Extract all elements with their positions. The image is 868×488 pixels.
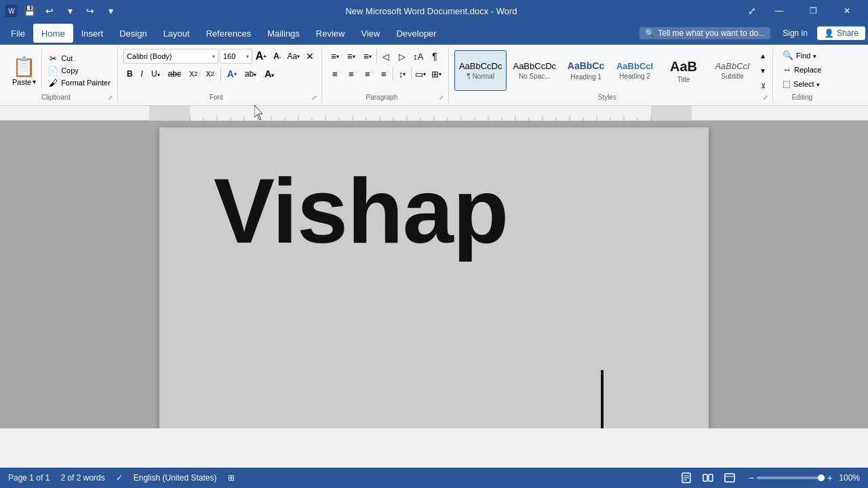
format-painter-button[interactable]: 🖌 Format Painter bbox=[45, 77, 113, 89]
share-button[interactable]: 👤 Share bbox=[817, 26, 865, 40]
shading-button[interactable]: ▭▾ bbox=[413, 66, 428, 81]
zoom-controls: − + 100% bbox=[749, 472, 860, 483]
font-grow-button[interactable]: A+ bbox=[254, 49, 269, 64]
tell-me-search[interactable]: 🔍 Tell me what you want to do... bbox=[639, 27, 770, 39]
borders-button[interactable]: ⊞▾ bbox=[429, 66, 444, 81]
style-no-spacing[interactable]: AaBbCcDc No Spac... bbox=[508, 50, 561, 91]
page-1[interactable]: Vishap bbox=[159, 127, 709, 428]
customize-qat-button[interactable]: ▾ bbox=[102, 2, 119, 20]
font-group-label: Font ⤢ bbox=[123, 92, 317, 102]
zoom-level[interactable]: 100% bbox=[835, 473, 860, 483]
increase-indent-button[interactable]: ▷ bbox=[395, 49, 410, 64]
undo-arrow[interactable]: ▾ bbox=[61, 2, 79, 20]
style-heading2[interactable]: AaBbCcI Heading 2 bbox=[611, 50, 658, 91]
save-button[interactable]: 💾 bbox=[20, 2, 38, 20]
styles-arrows: ▲ ▼ ⊻ bbox=[757, 49, 768, 92]
menu-view[interactable]: View bbox=[353, 24, 388, 43]
strikethrough-button[interactable]: abc bbox=[165, 66, 184, 81]
decrease-indent-button[interactable]: ◁ bbox=[378, 49, 393, 64]
styles-gallery: AaBbCcDc ¶ Normal AaBbCcDc No Spac... Aa… bbox=[454, 50, 756, 91]
find-button[interactable]: 🔍 Find ▾ bbox=[778, 49, 820, 62]
clear-formatting-button[interactable]: ✕ bbox=[302, 49, 317, 64]
menu-review[interactable]: Review bbox=[308, 24, 353, 43]
para-row2: ≡ ≡ ≡ ≡ ↕▾ ▭▾ ⊞▾ bbox=[328, 66, 444, 81]
clipboard-expand-icon[interactable]: ⤢ bbox=[108, 94, 113, 101]
print-layout-button[interactable] bbox=[678, 470, 694, 486]
align-center-button[interactable]: ≡ bbox=[344, 66, 359, 81]
line-spacing-button[interactable]: ↕▾ bbox=[395, 66, 410, 81]
select-button[interactable]: ⬚ Select ▾ bbox=[778, 77, 824, 90]
font-expand-icon[interactable]: ⤢ bbox=[312, 94, 317, 101]
underline-button[interactable]: U▾ bbox=[148, 66, 163, 81]
document-text-vishap[interactable]: Vishap bbox=[214, 161, 654, 262]
cut-label: Cut bbox=[61, 54, 73, 62]
styles-expand-icon[interactable]: ⤢ bbox=[763, 94, 768, 101]
font-shrink-button[interactable]: A- bbox=[270, 49, 285, 64]
text-effects-button[interactable]: A▾ bbox=[224, 66, 240, 81]
font-size-select[interactable]: 160 ▾ bbox=[220, 49, 252, 64]
menu-insert[interactable]: Insert bbox=[73, 24, 112, 43]
replace-button[interactable]: ↔ Replace bbox=[778, 63, 825, 76]
macro-icon[interactable]: ⊞ bbox=[228, 473, 235, 483]
menu-home[interactable]: Home bbox=[33, 24, 73, 43]
document-area[interactable]: Vishap Typlus bbox=[0, 121, 868, 428]
font-family-select[interactable]: Calibri (Body) ▾ bbox=[123, 49, 218, 64]
align-right-button[interactable]: ≡ bbox=[360, 66, 375, 81]
menu-mailings[interactable]: Mailings bbox=[259, 24, 308, 43]
minimize-button[interactable]: — bbox=[764, 0, 795, 22]
change-case-button[interactable]: Aa▾ bbox=[286, 49, 301, 64]
cut-button[interactable]: ✂ Cut bbox=[45, 53, 113, 64]
style-subtitle[interactable]: AaBbCcI Subtitle bbox=[709, 50, 756, 91]
styles-more[interactable]: ⊻ bbox=[757, 79, 768, 92]
language-info[interactable]: English (United States) bbox=[134, 473, 217, 483]
copy-button[interactable]: 📄 Copy bbox=[45, 65, 113, 77]
svg-rect-1 bbox=[149, 106, 190, 121]
style-heading1[interactable]: AaBbCc Heading 1 bbox=[562, 50, 610, 91]
zoom-in-button[interactable]: + bbox=[827, 472, 833, 483]
styles-scroll-down[interactable]: ▼ bbox=[757, 64, 768, 77]
numbering-button[interactable]: ≡▾ bbox=[344, 49, 359, 64]
close-button[interactable]: ✕ bbox=[831, 0, 863, 22]
undo-button[interactable]: ↩ bbox=[41, 2, 58, 20]
menu-layout[interactable]: Layout bbox=[155, 24, 198, 43]
style-heading2-preview: AaBbCcI bbox=[616, 61, 653, 72]
italic-button[interactable]: I bbox=[138, 66, 146, 81]
paragraph-group: ≡▾ ≡▾ ≡▾ ◁ ▷ ↕A ¶ ≡ ≡ ≡ ≡ ↕▾ bbox=[323, 47, 449, 102]
read-mode-button[interactable] bbox=[700, 470, 716, 486]
redo-button[interactable]: ↪ bbox=[81, 2, 99, 20]
font-color-button[interactable]: A▾ bbox=[261, 66, 277, 81]
paste-button[interactable]: 📋 Paste ▾ bbox=[7, 49, 42, 92]
styles-scroll-up[interactable]: ▲ bbox=[757, 49, 768, 62]
share-icon: 👤 bbox=[824, 28, 834, 38]
subscript-button[interactable]: X2 bbox=[186, 66, 201, 81]
menu-references[interactable]: References bbox=[198, 24, 259, 43]
sort-button[interactable]: ↕A bbox=[411, 49, 426, 64]
restore-button[interactable]: ❐ bbox=[797, 0, 829, 22]
bullets-button[interactable]: ≡▾ bbox=[328, 49, 342, 64]
style-normal[interactable]: AaBbCcDc ¶ Normal bbox=[454, 50, 507, 91]
proofing-icon[interactable]: ✓ bbox=[116, 473, 123, 483]
align-left-button[interactable]: ≡ bbox=[328, 66, 342, 81]
multilevel-button[interactable]: ≡▾ bbox=[360, 49, 375, 64]
style-heading2-label: Heading 2 bbox=[619, 73, 650, 80]
clipboard-label-text: Clipboard bbox=[7, 94, 105, 101]
menu-developer[interactable]: Developer bbox=[388, 24, 444, 43]
bold-button[interactable]: B bbox=[123, 66, 136, 81]
style-title[interactable]: AaB Title bbox=[660, 50, 707, 91]
highlight-button[interactable]: ab▾ bbox=[241, 66, 260, 81]
clipboard-group-label: Clipboard ⤢ bbox=[7, 92, 113, 102]
sign-in-button[interactable]: Sign in bbox=[776, 26, 814, 41]
style-no-spacing-preview: AaBbCcDc bbox=[513, 61, 556, 72]
menu-design[interactable]: Design bbox=[111, 24, 155, 43]
web-layout-button[interactable] bbox=[722, 470, 738, 486]
justify-button[interactable]: ≡ bbox=[376, 66, 391, 81]
zoom-out-button[interactable]: − bbox=[749, 472, 754, 483]
superscript-button[interactable]: X2 bbox=[202, 66, 217, 81]
zoom-slider[interactable] bbox=[757, 476, 825, 479]
ribbon-display-button[interactable]: ⤢ bbox=[743, 2, 761, 20]
font-size-arrow: ▾ bbox=[246, 54, 249, 60]
menu-file[interactable]: File bbox=[3, 24, 33, 43]
paragraph-expand-icon[interactable]: ⤢ bbox=[439, 94, 444, 101]
svg-rect-44 bbox=[709, 474, 713, 481]
show-hide-button[interactable]: ¶ bbox=[427, 49, 442, 64]
